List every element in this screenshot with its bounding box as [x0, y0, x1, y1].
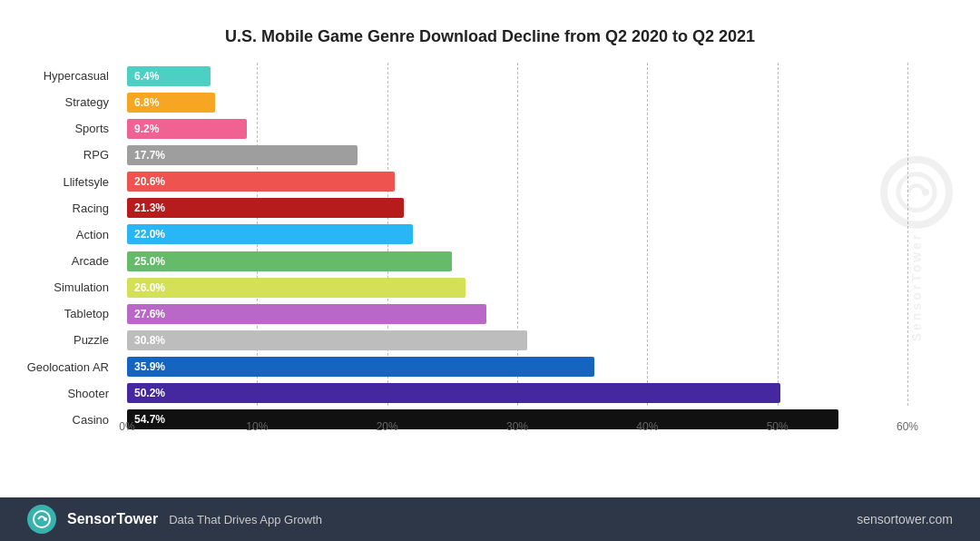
- bar-label: Arcade: [18, 254, 118, 268]
- bar-fill: 27.6%: [127, 304, 486, 324]
- bar-fill: 26.0%: [127, 278, 466, 298]
- x-axis-label: 20%: [377, 420, 398, 433]
- bar-value: 26.0%: [134, 281, 165, 294]
- bar-label: Tabletop: [18, 307, 118, 320]
- bar-track: 17.7%: [127, 145, 907, 165]
- chart-container: U.S. Mobile Game Genre Download Decline …: [0, 0, 980, 497]
- bar-row: Sports9.2%: [127, 115, 907, 142]
- x-axis: 0%10%20%30%40%50%60%: [127, 410, 907, 433]
- x-axis-label: 50%: [767, 420, 789, 433]
- bar-row: Racing21.3%: [127, 195, 907, 221]
- bars-area: Hypercasual6.4%Strategy6.8%Sports9.2%RPG…: [127, 63, 907, 433]
- bar-label: Casino: [18, 413, 118, 427]
- bar-row: Strategy6.8%: [127, 89, 907, 115]
- footer: SensorTower Data That Drives App Growth …: [0, 497, 980, 541]
- bar-value: 21.3%: [134, 202, 165, 214]
- bar-track: 22.0%: [127, 224, 907, 244]
- bar-label: Geolocation AR: [18, 360, 118, 374]
- bar-value: 20.6%: [134, 175, 165, 188]
- bar-value: 30.8%: [134, 334, 165, 347]
- bar-row: Simulation26.0%: [127, 274, 907, 300]
- bar-track: 50.2%: [127, 383, 907, 403]
- bar-value: 6.4%: [134, 70, 159, 83]
- bar-fill: 17.7%: [127, 145, 358, 165]
- bar-track: 6.4%: [127, 66, 907, 86]
- bar-label: RPG: [18, 148, 118, 162]
- footer-brand: SensorTower: [67, 511, 158, 527]
- bar-value: 22.0%: [134, 228, 165, 241]
- bar-row: Tabletop27.6%: [127, 300, 907, 327]
- bar-row: Arcade25.0%: [127, 248, 907, 274]
- bar-row: Action22.0%: [127, 221, 907, 248]
- bar-value: 27.6%: [134, 308, 165, 320]
- bar-fill: 25.0%: [127, 251, 452, 271]
- bar-fill: 35.9%: [127, 357, 594, 377]
- bar-label: Puzzle: [18, 333, 118, 347]
- bar-label: Racing: [18, 202, 118, 215]
- bar-fill: 21.3%: [127, 198, 404, 218]
- watermark-circle: [880, 156, 953, 229]
- x-axis-label: 0%: [119, 420, 134, 433]
- footer-left: SensorTower Data That Drives App Growth: [27, 505, 322, 534]
- bar-label: Strategy: [18, 95, 118, 109]
- bar-row: Llifetsyle20.6%: [127, 169, 907, 195]
- bar-fill: 6.4%: [127, 66, 211, 86]
- bar-label: Action: [18, 228, 118, 241]
- bar-track: 6.8%: [127, 93, 907, 113]
- bar-value: 25.0%: [134, 255, 165, 268]
- bar-fill: 50.2%: [127, 383, 780, 403]
- bar-fill: 30.8%: [127, 330, 527, 350]
- x-axis-label: 60%: [897, 420, 918, 433]
- bar-fill: 9.2%: [127, 119, 247, 139]
- bar-fill: 20.6%: [127, 172, 395, 192]
- bar-row: RPG17.7%: [127, 142, 907, 168]
- bar-track: 25.0%: [127, 251, 907, 271]
- svg-point-3: [44, 517, 47, 521]
- bar-label: Llifetsyle: [18, 175, 118, 189]
- bar-label: Shooter: [18, 387, 118, 400]
- bar-value: 6.8%: [134, 96, 159, 109]
- bar-value: 9.2%: [134, 123, 159, 135]
- bar-track: 35.9%: [127, 357, 907, 377]
- bar-track: 26.0%: [127, 278, 907, 298]
- footer-url: sensortower.com: [857, 512, 953, 526]
- footer-logo: [27, 505, 56, 534]
- bar-track: 21.3%: [127, 198, 907, 218]
- bar-track: 27.6%: [127, 304, 907, 324]
- svg-point-1: [922, 189, 929, 196]
- bar-label: Hypercasual: [18, 69, 118, 83]
- bar-label: Simulation: [18, 280, 118, 294]
- watermark: SensorTower: [880, 156, 953, 342]
- bar-track: 20.6%: [127, 172, 907, 192]
- bar-value: 35.9%: [134, 360, 165, 373]
- x-axis-label: 40%: [636, 420, 658, 433]
- footer-tagline: Data That Drives App Growth: [169, 513, 322, 526]
- bar-value: 17.7%: [134, 149, 165, 162]
- bar-row: Geolocation AR35.9%: [127, 354, 907, 380]
- bar-row: Puzzle30.8%: [127, 327, 907, 353]
- bar-fill: 22.0%: [127, 224, 413, 244]
- watermark-label: SensorTower: [909, 232, 924, 342]
- bar-track: 30.8%: [127, 330, 907, 350]
- x-axis-label: 30%: [506, 420, 528, 433]
- bar-track: 9.2%: [127, 119, 907, 139]
- chart-title: U.S. Mobile Game Genre Download Decline …: [73, 27, 907, 46]
- bar-row: Hypercasual6.4%: [127, 63, 907, 89]
- bar-label: Sports: [18, 122, 118, 135]
- svg-point-2: [34, 511, 50, 527]
- bar-row: Shooter50.2%: [127, 380, 907, 407]
- bar-value: 50.2%: [134, 387, 165, 399]
- bar-fill: 6.8%: [127, 93, 215, 113]
- x-axis-label: 10%: [246, 420, 268, 433]
